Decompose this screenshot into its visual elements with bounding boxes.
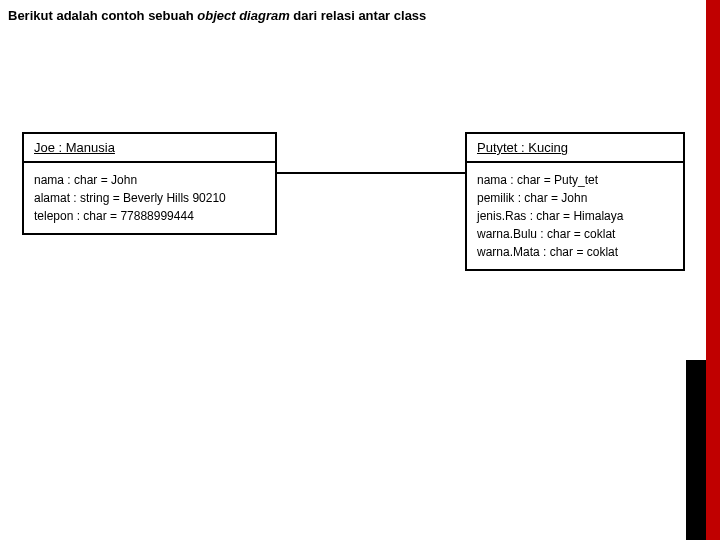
object-attr: nama : char = Puty_tet xyxy=(477,171,673,189)
diagram-canvas: Joe : Manusia nama : char = John alamat … xyxy=(0,0,720,540)
object-attr: jenis.Ras : char = Himalaya xyxy=(477,207,673,225)
object-attr: pemilik : char = John xyxy=(477,189,673,207)
object-header: Joe : Manusia xyxy=(24,134,275,163)
object-attr: nama : char = John xyxy=(34,171,265,189)
object-header: Putytet : Kucing xyxy=(467,134,683,163)
object-attr: warna.Mata : char = coklat xyxy=(477,243,673,261)
object-attr: warna.Bulu : char = coklat xyxy=(477,225,673,243)
association-line xyxy=(277,172,465,174)
object-box-joe: Joe : Manusia nama : char = John alamat … xyxy=(22,132,277,235)
object-body: nama : char = Puty_tet pemilik : char = … xyxy=(467,163,683,269)
object-box-putytet: Putytet : Kucing nama : char = Puty_tet … xyxy=(465,132,685,271)
object-attr: alamat : string = Beverly Hills 90210 xyxy=(34,189,265,207)
object-attr: telepon : char = 77888999444 xyxy=(34,207,265,225)
object-body: nama : char = John alamat : string = Bev… xyxy=(24,163,275,233)
